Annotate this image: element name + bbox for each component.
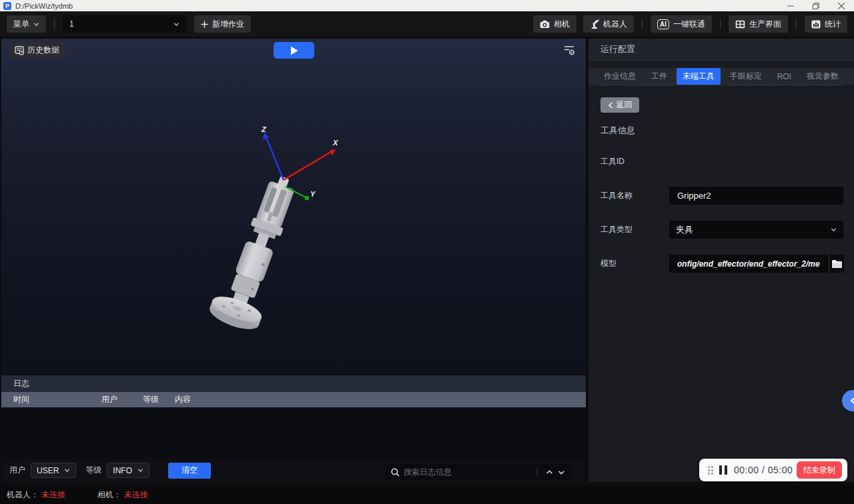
camera-button-label: 相机	[554, 19, 570, 30]
close-button[interactable]	[829, 0, 854, 11]
chevron-left-icon	[608, 102, 613, 109]
chevron-down-icon	[173, 21, 179, 27]
statistics-button[interactable]: 统计	[805, 15, 847, 33]
recording-time: 00:00 / 05:00	[734, 465, 793, 475]
search-divider	[537, 468, 538, 476]
back-button[interactable]: 返回	[600, 97, 639, 113]
status-bar: 机器人： 未连接 相机： 未连接	[0, 486, 854, 504]
app-logo-icon: P	[3, 2, 11, 10]
axis-x: X	[284, 139, 338, 180]
log-col-level: 等级	[143, 394, 175, 405]
axis-z: Z	[261, 125, 284, 180]
production-ui-label: 生产界面	[749, 19, 781, 30]
log-panel-title: 日志	[1, 375, 586, 392]
drag-handle-icon[interactable]	[707, 465, 714, 475]
statistics-label: 统计	[825, 19, 841, 30]
chevron-left-icon	[850, 397, 854, 405]
robot-button[interactable]: 机器人	[583, 15, 634, 33]
toolbar-separator	[642, 19, 643, 29]
chevron-down-icon	[64, 467, 70, 473]
production-ui-button[interactable]: 生产界面	[729, 15, 788, 33]
pause-recording-button[interactable]	[719, 465, 727, 475]
tool-type-value: 夹具	[676, 224, 693, 236]
user-filter-value: USER	[37, 466, 59, 475]
viewport-3d[interactable]: Z X Y 历史数据	[1, 39, 586, 375]
menu-button-label: 菜单	[13, 19, 29, 30]
chevron-down-icon	[33, 21, 39, 27]
tool-type-label: 工具类型	[600, 224, 632, 235]
svg-text:Z: Z	[261, 125, 267, 133]
user-filter-label: 用户	[9, 465, 25, 476]
model-row: 模型	[588, 255, 854, 273]
camera-button[interactable]: 相机	[533, 15, 576, 33]
run-config-title: 运行配置	[588, 39, 854, 61]
chevron-down-icon	[137, 467, 143, 473]
play-icon	[290, 46, 298, 55]
tool-info-section-title: 工具信息	[600, 125, 854, 137]
tool-type-row: 工具类型 夹具	[588, 221, 854, 239]
chevron-down-icon	[831, 227, 837, 233]
search-next-button[interactable]	[555, 466, 567, 478]
stop-recording-button[interactable]: 结束录制	[797, 461, 842, 479]
run-config-panel: 运行配置 作业信息 工件 末端工具 手眼标定 ROI 视觉参数 返回 工具信息 …	[588, 39, 854, 482]
tab-divider	[599, 85, 843, 85]
tool-name-label: 工具名称	[600, 190, 632, 201]
level-filter-select[interactable]: INFO	[107, 463, 149, 478]
search-prev-button[interactable]	[543, 466, 555, 478]
production-grid-icon	[735, 20, 745, 29]
log-col-time: 时间	[1, 394, 101, 405]
camera-status-label: 相机：	[97, 489, 121, 501]
tool-name-input[interactable]	[669, 187, 843, 205]
job-select[interactable]: 1	[63, 15, 186, 33]
search-icon	[391, 468, 400, 477]
one-key-connect-button[interactable]: AI 一键联通	[651, 15, 712, 33]
robot-status-label: 机器人：	[7, 489, 39, 501]
config-tab-bar: 作业信息 工件 末端工具 手眼标定 ROI 视觉参数	[588, 68, 854, 85]
folder-icon	[831, 259, 843, 269]
toolbar-separator	[796, 19, 797, 29]
title-bar: P D:/PickWiz/tydmb	[0, 0, 854, 11]
camera-icon	[540, 20, 550, 29]
browse-model-button[interactable]	[830, 255, 844, 273]
robot-button-label: 机器人	[603, 19, 627, 30]
tab-roi[interactable]: ROI	[771, 69, 797, 84]
tool-id-label: 工具ID	[600, 156, 624, 167]
log-table-body[interactable]	[1, 407, 586, 459]
tab-end-tool[interactable]: 末端工具	[677, 68, 721, 85]
model-path-input[interactable]	[669, 255, 828, 273]
clear-log-button[interactable]: 清空	[168, 463, 211, 479]
window-title: D:/PickWiz/tydmb	[15, 2, 73, 10]
tab-vision-params[interactable]: 视觉参数	[801, 68, 845, 85]
log-search-input[interactable]	[404, 467, 532, 477]
display-settings-icon[interactable]	[563, 44, 575, 56]
level-filter-value: INFO	[113, 466, 132, 475]
history-data-button[interactable]: 历史数据	[9, 43, 65, 58]
tool-type-select[interactable]: 夹具	[669, 221, 843, 239]
log-col-user: 用户	[101, 394, 143, 405]
svg-text:Y: Y	[310, 190, 316, 198]
restore-button[interactable]	[803, 0, 829, 11]
tab-hand-eye-calibration[interactable]: 手眼标定	[724, 68, 768, 85]
svg-text:X: X	[332, 139, 338, 147]
play-button[interactable]	[274, 42, 314, 59]
log-search-bar	[386, 464, 572, 480]
log-col-content: 内容	[175, 394, 586, 405]
robot-status-value: 未连接	[41, 489, 65, 501]
log-table-header: 时间 用户 等级 内容	[1, 392, 586, 407]
one-key-connect-label: 一键联通	[673, 19, 705, 30]
gripper-3d-model: Z X Y	[1, 39, 586, 375]
minimize-button[interactable]	[778, 0, 803, 11]
tab-job-info[interactable]: 作业信息	[598, 68, 642, 85]
add-job-label: 新增作业	[212, 19, 244, 30]
menu-button[interactable]: 菜单	[7, 15, 46, 33]
back-button-label: 返回	[616, 99, 632, 111]
plus-icon	[201, 21, 208, 28]
bar-chart-icon	[811, 20, 821, 29]
app-window: P D:/PickWiz/tydmb 菜单 1 新增作业 相机 机器人	[0, 0, 854, 504]
user-filter-select[interactable]: USER	[31, 463, 76, 478]
tab-workpiece[interactable]: 工件	[645, 68, 673, 85]
level-filter-label: 等级	[85, 465, 101, 476]
add-job-button[interactable]: 新增作业	[194, 15, 251, 33]
history-icon	[15, 46, 24, 55]
history-data-label: 历史数据	[27, 45, 59, 56]
